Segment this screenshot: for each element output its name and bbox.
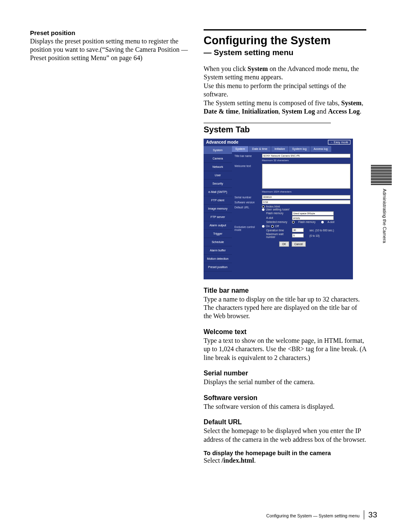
p-software: The software version of this camera is d… [204,403,366,411]
note-welcome: Maximum 1024 characters [262,190,350,193]
right-column: Configuring the System — System setting … [204,29,366,465]
lbl-default-url: Default URL [234,205,262,209]
sidebar-item-network[interactable]: Network [204,163,232,171]
lbl-software: Software version [234,200,262,204]
note-title-bar: Maximum 32 characters [262,159,350,162]
preset-position-heading: Preset position [30,29,189,36]
field-aslot [292,216,334,220]
p-welcome: Type a text to show on the welcome page,… [204,337,366,362]
lbl-aslot: A-slot [266,216,290,219]
input-title-bar[interactable] [262,154,350,158]
lbl-serial: Serial number [234,195,262,199]
lbl-exclusive: Exclusive control mode [234,225,262,231]
system-tab-heading: System Tab [204,125,366,134]
radio-selmem-flash[interactable] [292,220,296,223]
intro-paragraph-1: When you click System on the Advanced mo… [204,65,366,82]
easy-mode-button[interactable]: Easy mode [328,140,350,144]
cancel-button[interactable]: Cancel [292,241,306,247]
page-title: Configuring the System [204,35,366,47]
p-default-url: Select the homepage to be displayed when… [204,427,366,444]
input-max-wait[interactable] [292,233,304,238]
tab-access-log[interactable]: Access log [310,146,332,152]
intro-paragraph-3: The System setting menu is composed of f… [204,99,366,116]
input-welcome[interactable] [262,164,350,189]
page-number: 33 [364,510,377,519]
lbl-title-bar: Title bar name [234,154,262,157]
h-title-bar: Title bar name [204,287,366,294]
tab-system[interactable]: System [232,146,249,152]
lbl-flash: Flash memory [266,212,290,215]
intro-paragraph-2: Use this menu to perform the principal s… [204,82,366,99]
sidebar-item-ftp-server[interactable]: FTP server [204,213,232,221]
preset-position-body: Displays the preset position setting men… [30,37,189,62]
lbl-max-wait: Maximum wait number [266,233,290,238]
ok-button[interactable]: OK [279,241,289,247]
tab-initialize[interactable]: Initialize [271,146,289,152]
rule-thick [204,29,366,30]
h-serial: Serial number [204,370,366,377]
sidebar-item-trigger[interactable]: Trigger [204,230,232,238]
h-software: Software version [204,394,366,402]
radio-user[interactable] [262,208,266,211]
sidebar-item-schedule[interactable]: Schedule [204,238,232,246]
sidebar-item-system[interactable]: System [204,146,232,155]
page-subtitle: — System setting menu [204,48,366,57]
field-flash [292,211,334,215]
sidebar-item-user[interactable]: User [204,171,232,180]
footer-text: Configuring the System — System setting … [266,513,360,518]
h-default-url: Default URL [204,418,366,426]
sidebar-item-email[interactable]: e-Mail (SMTP) [204,188,232,196]
thumb-index-bars [371,165,392,185]
lbl-welcome: Welcome text [234,164,262,167]
radio-selmem-aslot[interactable] [321,220,325,223]
sidebar-item-image-memory[interactable]: Image memory [204,205,232,213]
sidebar-item-ftp-client[interactable]: FTP client [204,196,232,205]
field-software [262,200,350,204]
sidebar-item-motion-detection[interactable]: Motion detection [204,255,232,263]
p-serial: Displays the serial number of the camera… [204,378,366,386]
h-welcome: Welcome text [204,328,366,336]
radio-index[interactable] [262,205,266,208]
side-tab-label: Administrating the Camera [382,189,387,243]
h-homepage-builtin: To display the homepage built in the cam… [204,450,366,456]
p-homepage-builtin: Select /index.html. [204,456,366,465]
sidebar-item-alarm-output[interactable]: Alarm output [204,221,232,230]
rule-thin [204,123,331,123]
sidebar-item-security[interactable]: Security [204,180,232,188]
left-column: Preset position Displays the preset posi… [30,29,189,62]
shot-title: Advanced mode [206,140,238,144]
field-serial [262,195,350,199]
radio-excl-on[interactable] [262,225,266,228]
lbl-op-time: Operation time [266,229,290,232]
lbl-selmem: Selected memory [266,220,290,223]
shot-sidebar: System Camera Network User Security e-Ma… [204,146,232,279]
sidebar-item-camera[interactable]: Camera [204,155,232,163]
sidebar-item-alarm-buffer[interactable]: Alarm buffer [204,246,232,255]
p-title-bar: Type a name to display on the title bar … [204,295,366,321]
tab-system-log[interactable]: System log [289,146,310,152]
input-op-time[interactable] [292,228,304,232]
sidebar-item-preset-position[interactable]: Preset position [204,263,232,271]
system-tab-screenshot: Advanced mode Easy mode System Camera Ne… [204,139,353,279]
shot-tabs: System Date & time Initialize System log… [232,146,353,152]
page-footer: Configuring the System — System setting … [266,510,377,519]
tab-date-time[interactable]: Date & time [249,146,271,152]
radio-excl-off[interactable] [271,225,275,228]
